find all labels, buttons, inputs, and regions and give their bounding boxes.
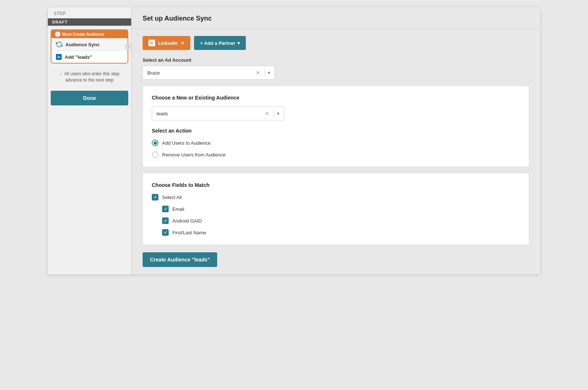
radio-remove-users[interactable]: Remove Users from Audience xyxy=(152,151,520,158)
radio-add-inner xyxy=(154,141,157,145)
fields-checkbox-group: ✓ Select All ✓ Email ✓ Andr xyxy=(152,194,520,236)
checkmark-icon: ✓ xyxy=(154,195,157,200)
audience-select[interactable]: leads ✕ ▾ xyxy=(152,106,284,120)
draft-badge: DRAFT xyxy=(48,18,131,26)
ad-account-arrow-icon[interactable]: ▾ xyxy=(268,70,270,75)
radio-remove-icon xyxy=(152,151,158,158)
add-partner-label: + Add a Partner xyxy=(200,40,235,46)
remove-users-label: Remove Users from Audience xyxy=(162,152,226,158)
partner-buttons: in LinkedIn ✕ + Add a Partner ▾ xyxy=(143,36,529,50)
linkedin-icon-small: in xyxy=(56,54,62,60)
checkbox-email[interactable]: ✓ Email xyxy=(162,206,520,212)
done-button[interactable]: Done xyxy=(51,91,128,105)
android-gaid-label: Android GAID xyxy=(172,218,202,224)
sidebar-item-audience-sync[interactable]: Audience Sync xyxy=(51,38,128,51)
main-body: in LinkedIn ✕ + Add a Partner ▾ Select a… xyxy=(132,29,540,274)
sidebar-card: ! Must Create Audience Audience Sync in … xyxy=(51,29,128,64)
ad-account-value: Braze xyxy=(147,70,256,76)
ad-account-section: Select an Ad Account Braze ✕ ▾ xyxy=(143,57,529,80)
add-users-label: Add Users to Audience xyxy=(162,140,211,146)
audience-arrow-icon[interactable]: ▾ xyxy=(277,111,279,116)
checkbox-all-icon: ✓ xyxy=(152,194,158,201)
audience-panel-title: Choose a New or Existing Audience xyxy=(152,95,520,101)
chevron-down-icon: ▾ xyxy=(237,40,240,46)
step-label: Step xyxy=(48,7,131,18)
sync-icon xyxy=(56,41,62,48)
create-audience-button[interactable]: Create Audience "leads" xyxy=(143,252,217,267)
expand-arrow[interactable]: › xyxy=(125,43,132,50)
select-divider-2 xyxy=(274,110,274,117)
radio-add-users[interactable]: Add Users to Audience xyxy=(152,140,520,146)
first-last-name-label: First/Last Name xyxy=(172,230,206,235)
fields-panel-title: Choose Fields to Match xyxy=(152,182,520,188)
checkbox-android-gaid[interactable]: ✓ Android GAID xyxy=(162,217,520,224)
select-divider xyxy=(265,69,265,76)
add-leads-label: Add "leads" xyxy=(65,54,92,60)
fields-panel: Choose Fields to Match ✓ Select All ✓ Em… xyxy=(143,173,529,245)
checkmark-gaid-icon: ✓ xyxy=(164,219,167,223)
email-label: Email xyxy=(172,206,184,212)
audience-sync-label: Audience Sync xyxy=(65,42,100,47)
action-title: Select an Action xyxy=(152,128,520,134)
checkbox-select-all[interactable]: ✓ Select All xyxy=(152,194,520,201)
page-title: Set up Audience Sync xyxy=(143,15,529,22)
linkedin-icon-btn: in xyxy=(148,40,155,46)
ad-account-select[interactable]: Braze ✕ ▾ xyxy=(143,66,275,80)
sidebar-description: ↓ All users who enter this step advance … xyxy=(48,67,131,87)
must-create-alert: ! Must Create Audience xyxy=(51,30,128,38)
radio-add-icon xyxy=(152,140,158,146)
ad-account-label: Select an Ad Account xyxy=(143,57,529,63)
linkedin-label: LinkedIn xyxy=(158,40,178,46)
add-partner-button[interactable]: + Add a Partner ▾ xyxy=(194,36,246,50)
checkbox-name-icon: ✓ xyxy=(162,229,169,236)
audience-value: leads xyxy=(157,111,265,116)
alert-icon: ! xyxy=(55,32,60,37)
checkmark-email-icon: ✓ xyxy=(164,207,167,212)
sidebar: Step DRAFT ! Must Create Audience Audien… xyxy=(48,7,132,274)
close-linkedin-icon[interactable]: ✕ xyxy=(180,40,184,46)
audience-clear-icon[interactable]: ✕ xyxy=(265,111,269,116)
checkbox-first-last-name[interactable]: ✓ First/Last Name xyxy=(162,229,520,236)
linkedin-button[interactable]: in LinkedIn ✕ xyxy=(143,36,190,50)
main-content: Set up Audience Sync in LinkedIn ✕ + Add… xyxy=(132,7,540,274)
arrow-down-icon: ↓ xyxy=(60,71,62,76)
checkbox-gaid-icon: ✓ xyxy=(162,217,169,224)
main-header: Set up Audience Sync xyxy=(132,7,540,29)
audience-panel: Choose a New or Existing Audience leads … xyxy=(143,86,529,167)
checkbox-email-icon: ✓ xyxy=(162,206,169,212)
sidebar-item-add-leads[interactable]: in Add "leads" xyxy=(51,51,128,63)
select-all-label: Select All xyxy=(162,195,182,200)
checkmark-name-icon: ✓ xyxy=(164,230,167,235)
ad-account-clear-icon[interactable]: ✕ xyxy=(256,70,260,76)
action-radio-group: Add Users to Audience Remove Users from … xyxy=(152,140,520,158)
